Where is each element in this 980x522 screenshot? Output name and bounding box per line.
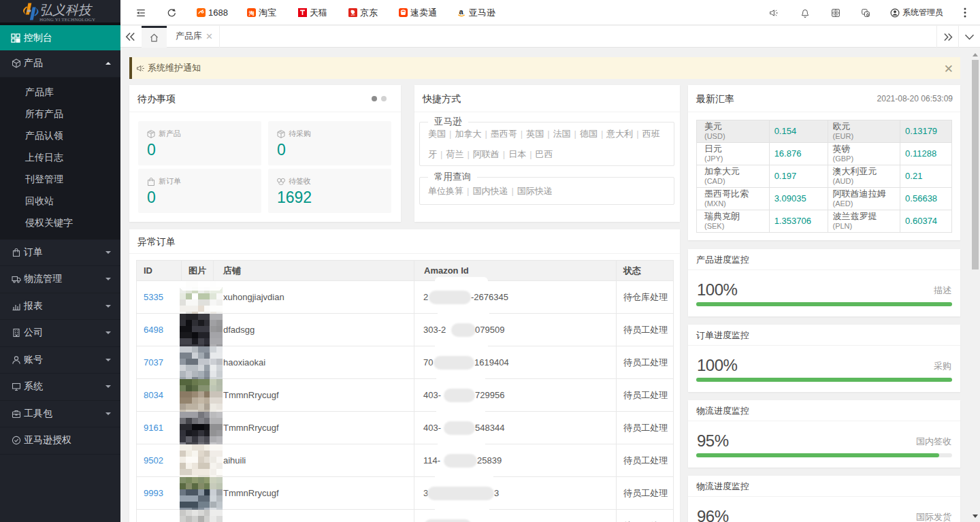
svg-text:a: a xyxy=(459,7,464,16)
svg-text:淘: 淘 xyxy=(248,10,255,16)
svg-text:京东: 京东 xyxy=(350,14,355,16)
svg-text:弘义科技: 弘义科技 xyxy=(39,3,93,17)
svg-text:HONG YI TECHNOLOGY: HONG YI TECHNOLOGY xyxy=(39,17,95,22)
